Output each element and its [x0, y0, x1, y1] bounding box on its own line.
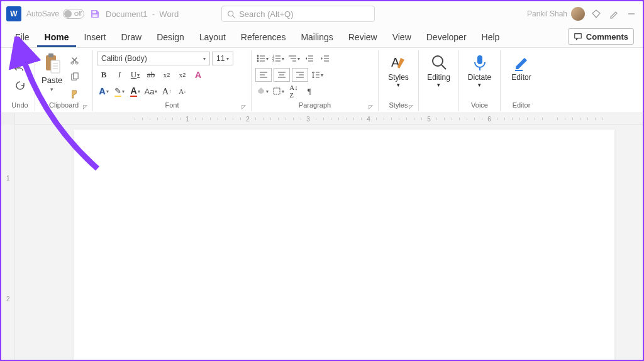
- tab-review[interactable]: Review: [341, 28, 385, 47]
- svg-rect-1: [92, 14, 97, 17]
- document-page[interactable]: [74, 130, 614, 361]
- paragraph-launcher-icon[interactable]: ◸: [369, 104, 373, 110]
- paste-button[interactable]: Paste▾: [39, 52, 65, 94]
- font-color-button[interactable]: A▾: [128, 84, 142, 98]
- horizontal-ruler[interactable]: 123456: [1, 113, 643, 125]
- shrink-font-button[interactable]: A↓: [175, 84, 189, 98]
- bullets-button[interactable]: ▾: [255, 52, 269, 65]
- group-label-paragraph: Paragraph◸: [255, 101, 374, 111]
- diamond-icon[interactable]: [590, 8, 602, 20]
- shading-button[interactable]: ▾: [255, 84, 269, 98]
- vertical-ruler[interactable]: 12: [1, 125, 15, 361]
- increase-indent-button[interactable]: [318, 52, 332, 65]
- autosave-toggle[interactable]: AutoSave Off: [26, 9, 84, 19]
- editor-icon: [512, 53, 531, 72]
- group-font: Calibri (Body)▾ 11▾ B I U▾ ab x2 x2 A A▾…: [93, 50, 252, 111]
- svg-text:3: 3: [272, 59, 274, 62]
- font-name-combo[interactable]: Calibri (Body)▾: [97, 52, 210, 65]
- group-styles: A Styles▾ Styles◸: [379, 50, 419, 111]
- autosave-label: AutoSave: [26, 9, 59, 18]
- group-label-editing: [423, 101, 455, 111]
- tab-home[interactable]: Home: [37, 28, 77, 47]
- tab-developer[interactable]: Developer: [419, 28, 474, 47]
- editor-button[interactable]: Editor: [506, 52, 536, 83]
- document-name: Document1 - Word: [106, 9, 179, 19]
- cut-button[interactable]: [67, 53, 81, 67]
- show-marks-button[interactable]: ¶: [303, 84, 316, 98]
- toggle-switch[interactable]: Off: [63, 9, 84, 19]
- tab-mailings[interactable]: Mailings: [293, 28, 340, 47]
- font-launcher-icon[interactable]: ◸: [242, 104, 246, 110]
- svg-rect-6: [48, 53, 53, 57]
- styles-icon: A: [389, 53, 408, 72]
- svg-rect-14: [73, 72, 78, 78]
- tab-view[interactable]: View: [385, 28, 419, 47]
- tab-draw[interactable]: Draw: [113, 28, 149, 47]
- clipboard-launcher-icon[interactable]: ◸: [83, 104, 87, 110]
- avatar: [571, 7, 585, 21]
- decrease-indent-button[interactable]: [303, 52, 316, 65]
- comments-button[interactable]: Comments: [568, 28, 634, 45]
- clipboard-icon: [43, 53, 62, 74]
- underline-button[interactable]: U▾: [128, 68, 142, 82]
- strikethrough-button[interactable]: ab: [144, 68, 158, 82]
- borders-button[interactable]: ▾: [271, 84, 285, 98]
- pen-icon[interactable]: [608, 8, 620, 20]
- svg-line-51: [441, 65, 446, 69]
- align-right-button[interactable]: [292, 68, 308, 82]
- redo-button[interactable]: [13, 79, 27, 92]
- dictate-button[interactable]: Dictate▾: [463, 52, 496, 89]
- line-spacing-button[interactable]: ▾: [310, 68, 324, 82]
- undo-button[interactable]: ▾: [13, 61, 27, 75]
- minimize-icon[interactable]: [625, 8, 638, 20]
- copy-button[interactable]: [67, 70, 81, 84]
- title-bar: W AutoSave Off Document1 - Word Search (…: [1, 1, 643, 26]
- tab-help[interactable]: Help: [474, 28, 508, 47]
- align-center-button[interactable]: [274, 68, 290, 82]
- align-left-button[interactable]: [255, 68, 272, 82]
- group-label-clipboard: Clipboard◸: [39, 101, 89, 111]
- group-label-editor: Editor: [504, 101, 538, 111]
- svg-rect-48: [274, 88, 280, 94]
- search-icon: [227, 10, 235, 18]
- tab-references[interactable]: References: [233, 28, 294, 47]
- tab-file[interactable]: File: [8, 28, 37, 47]
- group-editor: Editor Editor: [501, 50, 542, 111]
- svg-point-2: [228, 11, 233, 16]
- svg-point-17: [257, 58, 258, 60]
- save-icon[interactable]: [89, 8, 101, 19]
- ribbon: ▾ Undo Paste▾ Clipboard◸ Ca: [1, 48, 643, 113]
- svg-rect-0: [92, 11, 96, 13]
- highlight-button[interactable]: ✎▾: [113, 84, 126, 98]
- change-case-button[interactable]: Aa▾: [144, 84, 158, 98]
- superscript-button[interactable]: x2: [175, 68, 189, 82]
- numbering-button[interactable]: 123▾: [271, 52, 285, 65]
- search-box[interactable]: Search (Alt+Q): [221, 6, 375, 22]
- font-size-combo[interactable]: 11▾: [212, 52, 233, 65]
- format-painter-button[interactable]: [67, 87, 81, 101]
- multilevel-list-button[interactable]: ▾: [287, 52, 301, 65]
- styles-button[interactable]: A Styles▾: [383, 52, 414, 89]
- sort-button[interactable]: A↓Z: [287, 84, 301, 98]
- text-effects-button[interactable]: A▾: [97, 84, 111, 98]
- editing-button[interactable]: Editing▾: [422, 52, 455, 89]
- svg-rect-7: [51, 60, 60, 73]
- styles-launcher-icon[interactable]: ◸: [409, 104, 413, 110]
- bold-button[interactable]: B: [97, 68, 111, 82]
- tab-layout[interactable]: Layout: [192, 28, 233, 47]
- subscript-button[interactable]: x2: [160, 68, 174, 82]
- italic-button[interactable]: I: [113, 68, 126, 82]
- page-area: 12: [1, 125, 643, 361]
- group-label-styles: Styles◸: [382, 101, 414, 111]
- tab-design[interactable]: Design: [149, 28, 192, 47]
- grow-font-button[interactable]: A↑: [160, 84, 174, 98]
- clear-formatting-button[interactable]: A: [191, 68, 205, 82]
- svg-point-15: [257, 55, 258, 57]
- user-account[interactable]: Pankil Shah: [527, 7, 585, 21]
- group-paragraph: ▾ 123▾ ▾ ▾ ▾ ▾ A↓Z ¶ Paragraph◸: [252, 50, 379, 111]
- group-label-font: Font◸: [97, 101, 247, 111]
- find-icon: [430, 53, 448, 72]
- tab-insert[interactable]: Insert: [76, 28, 113, 47]
- user-name: Pankil Shah: [527, 9, 567, 18]
- word-app-icon: W: [6, 6, 21, 21]
